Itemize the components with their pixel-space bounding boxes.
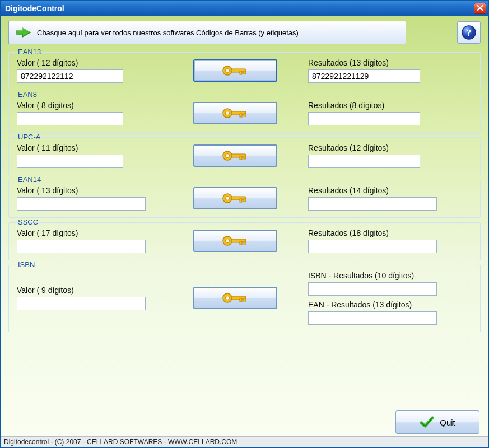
svg-point-3 [226, 69, 230, 73]
group-isbn: ISBN Valor ( 9 dígitos) [8, 265, 481, 332]
help-button[interactable]: ? [457, 21, 481, 44]
quit-button[interactable]: Quit [395, 410, 479, 434]
close-icon [477, 5, 483, 12]
svg-rect-15 [240, 156, 242, 160]
svg-rect-31 [244, 298, 246, 301]
quit-row: Quit [6, 406, 483, 434]
check-icon [420, 416, 434, 428]
isbn-result1[interactable] [308, 282, 437, 296]
upca-input[interactable] [17, 155, 123, 168]
ean8-result-label: Resultados (8 dígitos) [308, 101, 472, 110]
legend-ean8: EAN8 [15, 90, 40, 99]
key-icon [222, 150, 249, 162]
app-window: DigitodeControl Chasque aquí para ver to… [0, 0, 489, 448]
ean14-input-label: Valor ( 13 dígitos) [17, 186, 162, 195]
svg-point-23 [226, 239, 230, 243]
close-button[interactable] [474, 3, 486, 14]
status-text: Digitodecontrol - (C) 2007 - CELLARD SOF… [4, 438, 237, 446]
upca-calc-button[interactable] [193, 144, 277, 167]
ean13-input-label: Valor ( 12 dígitos) [17, 58, 162, 67]
window-title: DigitodeControl [5, 4, 64, 13]
svg-rect-21 [244, 199, 246, 202]
group-ean14: EAN14 Valor ( 13 dígitos) [8, 180, 481, 218]
isbn-input-label: Valor ( 9 dígitos) [17, 286, 162, 295]
svg-point-13 [226, 154, 230, 158]
isbn-calc-button[interactable] [193, 287, 277, 309]
group-upca: UPC-A Valor ( 11 dígitos) [8, 137, 481, 175]
svg-rect-30 [240, 298, 242, 302]
svg-rect-20 [240, 199, 242, 202]
svg-rect-10 [240, 114, 242, 117]
ean14-input[interactable] [17, 197, 146, 211]
key-icon [222, 235, 249, 247]
svg-rect-11 [244, 114, 246, 116]
ean8-input-label: Valor ( 8 dígitos) [17, 101, 162, 110]
upca-input-label: Valor ( 11 dígitos) [17, 143, 162, 152]
isbn-result1-label: ISBN - Resultados (10 dígitos) [308, 271, 472, 280]
ean14-result-label: Resultados (14 dígitos) [308, 186, 472, 195]
status-bar: Digitodecontrol - (C) 2007 - CELLARD SOF… [1, 436, 488, 447]
svg-rect-5 [240, 71, 242, 74]
ean13-result-label: Resultados (13 dígitos) [308, 58, 472, 67]
upca-result[interactable] [308, 155, 420, 168]
key-icon [222, 64, 249, 77]
sscc-input[interactable] [17, 240, 146, 253]
more-software-button[interactable]: Chasque aquí para ver todos nuestros sof… [8, 21, 406, 44]
top-row: Chasque aquí para ver todos nuestros sof… [8, 21, 481, 44]
sscc-input-label: Valor ( 17 dígitos) [17, 228, 162, 237]
ean8-calc-button[interactable] [193, 102, 277, 124]
legend-ean13: EAN13 [15, 48, 44, 56]
legend-ean14: EAN14 [15, 175, 44, 184]
ean13-calc-button[interactable] [193, 59, 277, 82]
client-area: Chasque aquí para ver todos nuestros sof… [1, 16, 488, 436]
key-icon [222, 107, 249, 119]
key-icon [222, 292, 249, 304]
quit-button-label: Quit [440, 418, 455, 427]
ean14-result[interactable] [308, 197, 437, 211]
svg-rect-16 [244, 156, 246, 159]
banner-text: Chasque aquí para ver todos nuestros sof… [37, 29, 299, 37]
isbn-result2-label: EAN - Resultados (13 dígitos) [308, 300, 472, 309]
sscc-result-label: Resultados (18 dígitos) [308, 228, 472, 237]
legend-upca: UPC-A [15, 133, 44, 141]
svg-point-28 [226, 296, 230, 300]
titlebar: DigitodeControl [1, 1, 488, 16]
arrow-right-icon [16, 26, 31, 39]
ean8-input[interactable] [17, 112, 123, 125]
isbn-result2[interactable] [308, 311, 437, 325]
group-ean8: EAN8 Valor ( 8 dígitos) Re [8, 95, 481, 133]
sscc-calc-button[interactable] [193, 230, 277, 252]
ean8-result[interactable] [308, 112, 420, 125]
group-sscc: SSCC Valor ( 17 dígitos) R [8, 222, 481, 260]
sscc-result[interactable] [308, 240, 437, 253]
svg-point-8 [226, 111, 230, 115]
upca-result-label: Resultados (12 dígitos) [308, 143, 472, 152]
isbn-input[interactable] [17, 297, 146, 310]
legend-sscc: SSCC [15, 218, 41, 226]
groups-container: EAN13 Valor ( 12 dígitos) [8, 49, 481, 406]
svg-point-18 [226, 197, 230, 200]
help-icon: ? [461, 25, 477, 40]
ean13-result[interactable] [308, 69, 420, 83]
svg-rect-6 [244, 71, 246, 74]
svg-text:?: ? [467, 27, 472, 38]
svg-rect-26 [244, 241, 246, 244]
svg-rect-25 [240, 241, 242, 245]
ean13-input[interactable] [17, 69, 123, 83]
legend-isbn: ISBN [15, 260, 38, 269]
group-ean13: EAN13 Valor ( 12 dígitos) [8, 52, 481, 90]
key-icon [222, 192, 249, 204]
ean14-calc-button[interactable] [193, 187, 277, 209]
